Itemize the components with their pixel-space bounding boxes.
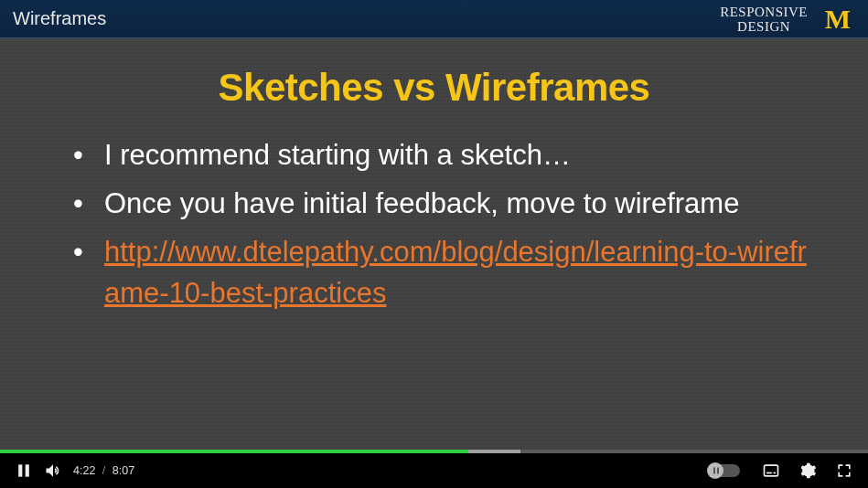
subtitles-icon bbox=[762, 461, 780, 480]
slide-title: Sketches vs Wireframes bbox=[46, 66, 822, 110]
svg-rect-0 bbox=[18, 464, 22, 476]
fullscreen-button[interactable] bbox=[830, 456, 859, 485]
slide-body: Sketches vs Wireframes I recommend start… bbox=[0, 38, 868, 344]
time-display: 4:22 / 8:07 bbox=[73, 464, 134, 477]
gear-icon bbox=[798, 461, 817, 480]
svg-rect-3 bbox=[717, 468, 719, 474]
settings-button[interactable] bbox=[793, 456, 822, 485]
right-controls bbox=[709, 456, 859, 485]
player-controls: 4:22 / 8:07 bbox=[0, 453, 868, 488]
list-item: I recommend starting with a sketch… bbox=[73, 135, 822, 176]
current-time: 4:22 bbox=[73, 464, 95, 477]
svg-rect-2 bbox=[713, 468, 715, 474]
volume-button[interactable] bbox=[38, 456, 68, 485]
pause-icon bbox=[15, 461, 33, 480]
svg-rect-4 bbox=[765, 465, 778, 476]
slide-header-left: Wireframes bbox=[13, 8, 106, 29]
list-item: http://www.dtelepathy.com/blog/design/le… bbox=[73, 232, 822, 314]
video-content: Wireframes RESPONSIVE DESIGN M Sketches … bbox=[0, 0, 868, 451]
logo-letter: M bbox=[825, 4, 849, 35]
list-item: Once you have initial feedback, move to … bbox=[73, 184, 822, 225]
course-label-line2: DESIGN bbox=[720, 19, 808, 34]
fullscreen-icon bbox=[835, 461, 853, 480]
time-separator: / bbox=[102, 464, 105, 477]
video-player: Wireframes RESPONSIVE DESIGN M Sketches … bbox=[0, 0, 868, 488]
subtitles-button[interactable] bbox=[756, 456, 786, 485]
bullet-list: I recommend starting with a sketch… Once… bbox=[46, 135, 822, 314]
duration: 8:07 bbox=[113, 464, 134, 477]
autoplay-pause-icon bbox=[711, 465, 722, 476]
course-label-line1: RESPONSIVE bbox=[720, 5, 808, 19]
reference-link[interactable]: http://www.dtelepathy.com/blog/design/le… bbox=[104, 236, 807, 309]
course-label: RESPONSIVE DESIGN bbox=[720, 5, 808, 34]
volume-icon bbox=[44, 461, 62, 480]
svg-rect-1 bbox=[26, 464, 29, 476]
svg-rect-6 bbox=[774, 472, 777, 474]
pause-button[interactable] bbox=[9, 456, 38, 485]
autoplay-toggle[interactable] bbox=[709, 464, 740, 477]
slide-header-right: RESPONSIVE DESIGN M bbox=[720, 5, 855, 34]
svg-rect-5 bbox=[766, 472, 772, 474]
slide-header: Wireframes RESPONSIVE DESIGN M bbox=[0, 0, 868, 38]
university-logo: M bbox=[819, 6, 855, 32]
